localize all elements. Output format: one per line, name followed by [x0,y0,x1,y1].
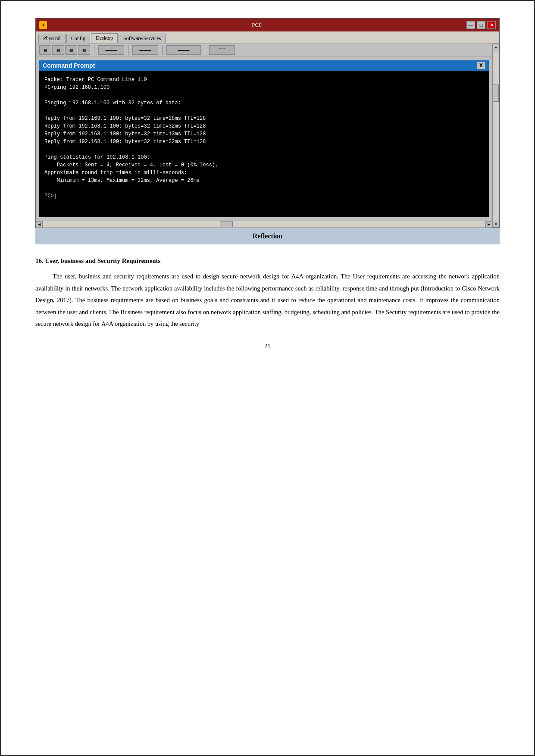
right-scrollbar: ▲ ▼ [492,44,499,228]
icon-group-3: ▬▬▬ [132,45,158,55]
icon-group-4: ▬▬▬ [166,45,201,55]
cmd-line-2: PC>ping 192.168.1.100 [44,84,484,91]
toolbar-icon-7[interactable]: ▬▬▬ [166,45,201,55]
reflection-section: Reflection [35,228,500,244]
toolbar-icon-2[interactable]: ▦ [52,45,64,55]
cmd-line-7: Reply from 192.168.1.100: bytes=32 time=… [44,138,484,146]
tab-physical[interactable]: Physical [38,34,66,43]
section-paragraph: The user, business and security requirem… [35,271,500,330]
window-titlebar: ✦ PC0 — □ ✕ [36,19,499,31]
cmd-line-blank-1 [44,91,484,99]
toolbar-separator-3 [162,45,163,55]
cmd-close-button[interactable]: X [477,62,485,69]
toolbar-icon-8[interactable]: ⌒⌒ [209,45,235,55]
toolbar-separator-1 [94,45,94,55]
window-title: PC0 [47,22,466,28]
cmd-line-5: Reply from 192.168.1.100: bytes=32 time=… [44,122,484,130]
toolbar-icon-5[interactable]: ▬▬▬ [98,45,124,55]
cmd-line-1: Packet Tracer PC Command Line 1.0 [44,76,484,84]
close-button[interactable]: ✕ [487,21,496,29]
cmd-line-4: Reply from 192.168.1.100: bytes=32 time=… [44,115,484,122]
minimize-button[interactable]: — [466,21,475,29]
scroll-thumb-h[interactable] [220,221,233,227]
cmd-line-blank-4 [44,184,484,192]
toolbar-icons: ▦ ▦ ▦ ▦ ▬▬▬ ▬▬▬ ▬▬▬ [36,44,492,57]
icon-group-2: ▬▬▬ [98,45,124,55]
icon-group-1: ▦ ▦ ▦ ▦ [39,45,90,55]
toolbar-separator-4 [205,45,205,55]
section-heading: 16. User, business and Security Requirem… [35,257,500,265]
toolbar-icon-1[interactable]: ▦ [39,45,51,55]
cmd-content[interactable]: Packet Tracer PC Command Line 1.0 PC>pin… [39,71,489,217]
cmd-line-blank-2 [44,107,484,115]
app-icon: ✦ [39,21,47,29]
cmd-line-3: Pinging 192.168.1.100 with 32 bytes of d… [44,99,484,107]
tab-desktop[interactable]: Desktop [91,33,118,43]
window-main: ▦ ▦ ▦ ▦ ▬▬▬ ▬▬▬ ▬▬▬ [36,44,492,228]
toolbar-icon-6[interactable]: ▬▬▬ [132,45,158,55]
section-16: 16. User, business and Security Requirem… [35,257,500,330]
page-number: 21 [35,343,500,350]
toolbar-icon-3[interactable]: ▦ [65,45,77,55]
toolbar-separator-2 [128,45,128,55]
window-tabs: Physical Config Desktop Software/Service… [36,31,499,44]
scroll-track-v [493,50,499,221]
reflection-title: Reflection [253,232,282,240]
toolbar-icon-4[interactable]: ▦ [78,45,90,55]
icon-group-5: ⌒⌒ [209,45,235,55]
cmd-line-8: Ping statistics for 192.168.1.100: [44,153,484,161]
cmd-line-9: Packets: Sent = 4, Received = 4, Lost = … [44,161,484,169]
cmd-line-10: Approximate round trip times in milli-se… [44,169,484,177]
tab-config[interactable]: Config [66,34,90,43]
scroll-track-h [43,221,485,228]
cmd-line-12: PC>| [44,192,484,200]
scroll-down-button[interactable]: ▼ [493,221,500,228]
window-controls[interactable]: — □ ✕ [466,21,496,29]
simulator-window: ✦ PC0 — □ ✕ Physical Config Desktop Soft… [35,18,500,228]
cmd-wrapper: Command Prompt X Packet Tracer PC Comman… [36,57,492,221]
cmd-line-blank-3 [44,146,484,153]
cmd-titlebar: Command Prompt X [39,60,489,71]
restore-button[interactable]: □ [477,21,485,29]
scroll-thumb-v[interactable] [493,84,499,102]
scroll-up-button[interactable]: ▲ [493,44,500,50]
scroll-left-button[interactable]: ◀ [36,221,43,228]
tab-software-services[interactable]: Software/Services [119,34,166,43]
cmd-line-6: Reply from 192.168.1.100: bytes=32 time=… [44,130,484,138]
page: ✦ PC0 — □ ✕ Physical Config Desktop Soft… [0,0,535,756]
title-left: ✦ [39,21,47,29]
bottom-scrollbar: ◀ ▶ [36,221,492,228]
scroll-right-button[interactable]: ▶ [485,221,492,228]
cmd-title: Command Prompt [43,62,95,69]
cmd-line-11: Minimum = 13ms, Maximum = 32ms, Average … [44,177,484,184]
window-main-row: ▦ ▦ ▦ ▦ ▬▬▬ ▬▬▬ ▬▬▬ [36,44,499,228]
